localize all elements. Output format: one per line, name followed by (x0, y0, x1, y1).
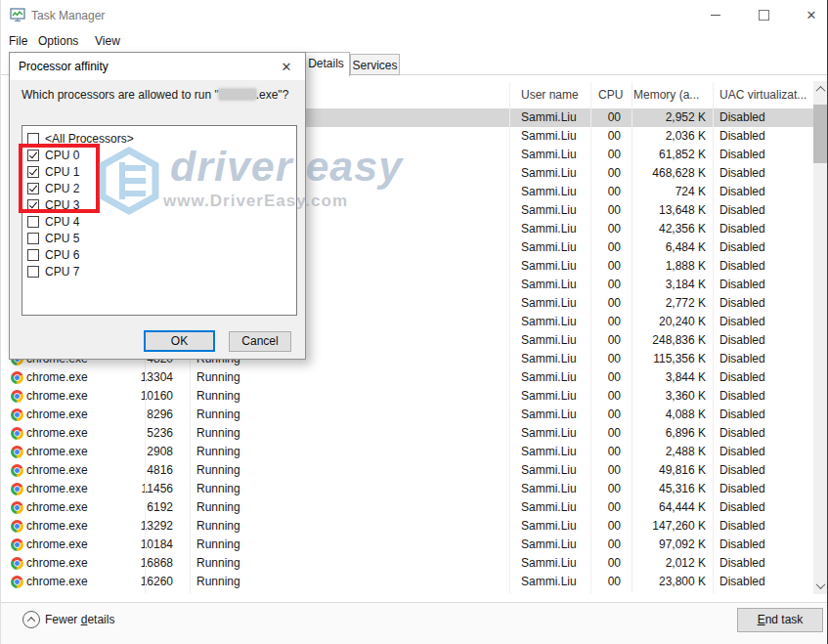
cell-uac: Disabled (719, 127, 765, 146)
table-row[interactable]: chrome.exe11456RunningSammi.Liu0045,316 … (9, 480, 813, 498)
cell-name: chrome.exe (26, 498, 88, 517)
processor-item[interactable]: CPU 4 (27, 213, 79, 230)
processor-item[interactable]: CPU 6 (27, 246, 79, 263)
cell-user-name: Sammi.Liu (521, 331, 577, 350)
cell-memory: 23,800 K (629, 573, 706, 591)
cell-pid: 13304 (130, 368, 173, 387)
cell-name: chrome.exe (26, 517, 88, 536)
checkbox-unchecked-icon[interactable] (27, 233, 39, 244)
cell-user-name: Sammi.Liu (521, 517, 577, 536)
cell-uac: Disabled (719, 108, 765, 127)
checkbox-unchecked-icon[interactable] (27, 249, 39, 261)
cell-memory: 2,772 K (629, 294, 706, 313)
cell-status: Running (196, 461, 240, 480)
checkbox-unchecked-icon[interactable] (27, 216, 39, 228)
table-row[interactable]: chrome.exe10184RunningSammi.Liu0097,092 … (9, 536, 813, 554)
table-row[interactable]: chrome.exe16868RunningSammi.Liu002,012 K… (9, 554, 813, 573)
task-manager-window: Task Manager ✕ File Options View Details… (0, 0, 828, 644)
table-row[interactable]: chrome.exe8296RunningSammi.Liu004,088 KD… (9, 406, 813, 424)
tab-details[interactable]: Details (302, 52, 350, 76)
table-row[interactable]: chrome.exe13292RunningSammi.Liu00147,260… (9, 517, 813, 536)
cell-user-name: Sammi.Liu (521, 461, 577, 480)
cell-status: Running (196, 517, 240, 536)
column-divider (590, 82, 591, 593)
cell-cpu: 00 (588, 127, 621, 146)
chrome-icon (11, 520, 23, 533)
cell-cpu: 00 (588, 146, 621, 164)
cell-user-name: Sammi.Liu (521, 127, 577, 146)
processor-affinity-dialog: Processor affinity ✕ Which processors ar… (9, 52, 306, 360)
scroll-up-button[interactable] (813, 81, 828, 98)
scroll-down-button[interactable] (813, 578, 828, 594)
cell-status: Running (196, 443, 240, 461)
cell-memory: 6,896 K (629, 424, 706, 443)
cell-uac: Disabled (719, 517, 765, 536)
table-row[interactable]: chrome.exe2908RunningSammi.Liu002,488 KD… (9, 443, 813, 461)
processor-item[interactable]: CPU 5 (27, 230, 79, 246)
end-task-button[interactable]: End task (737, 608, 823, 632)
processor-label: CPU 5 (45, 232, 79, 245)
cell-uac: Disabled (719, 313, 765, 331)
cell-status: Running (196, 387, 240, 406)
cell-user-name: Sammi.Liu (521, 387, 577, 406)
cell-uac: Disabled (719, 406, 765, 424)
cell-cpu: 00 (588, 350, 621, 368)
checkbox-unchecked-icon[interactable] (27, 133, 39, 145)
checkbox-unchecked-icon[interactable] (27, 266, 39, 278)
table-row[interactable]: chrome.exe4816RunningSammi.Liu0049,816 K… (9, 461, 813, 480)
cell-user-name: Sammi.Liu (521, 573, 577, 591)
cell-cpu: 00 (588, 424, 621, 443)
table-row[interactable]: chrome.exe6192RunningSammi.Liu0064,444 K… (9, 498, 813, 517)
column-divider (632, 82, 632, 593)
chrome-icon (11, 390, 23, 403)
dialog-title-bar: Processor affinity ✕ (10, 53, 305, 80)
table-row[interactable]: chrome.exe13304RunningSammi.Liu003,844 K… (9, 368, 813, 387)
cell-user-name: Sammi.Liu (521, 183, 577, 201)
cell-status: Running (196, 406, 240, 424)
fewer-details-label[interactable]: Fewer details (45, 613, 114, 626)
scrollbar-thumb[interactable] (813, 105, 828, 163)
cell-uac: Disabled (719, 387, 765, 406)
cell-pid: 16260 (130, 573, 173, 591)
chevron-up-icon (816, 86, 826, 96)
cell-memory: 97,092 K (629, 536, 706, 554)
cell-name: chrome.exe (26, 573, 88, 591)
cell-memory: 20,240 K (629, 313, 706, 331)
chrome-icon (11, 538, 23, 551)
cell-pid: 6192 (130, 498, 173, 517)
cell-uac: Disabled (719, 368, 765, 387)
cell-uac: Disabled (719, 331, 765, 350)
cell-user-name: Sammi.Liu (521, 201, 577, 220)
dialog-close-button[interactable]: ✕ (272, 53, 301, 80)
vertical-scrollbar[interactable] (813, 81, 828, 594)
fewer-details-button[interactable] (22, 611, 40, 628)
cell-user-name: Sammi.Liu (521, 480, 577, 498)
cell-uac: Disabled (719, 350, 765, 368)
cell-cpu: 00 (588, 201, 621, 220)
chrome-icon (11, 446, 23, 458)
cell-pid: 10184 (130, 536, 173, 554)
table-row[interactable]: chrome.exe16260RunningSammi.Liu0023,800 … (9, 573, 813, 591)
cell-memory: 147,260 K (629, 517, 706, 536)
cell-name: chrome.exe (26, 406, 88, 424)
cell-cpu: 00 (588, 387, 621, 406)
cell-user-name: Sammi.Liu (521, 498, 577, 517)
ok-button[interactable]: OK (144, 330, 215, 352)
cancel-button[interactable]: Cancel (229, 331, 291, 352)
processor-item[interactable]: CPU 7 (27, 263, 79, 279)
cell-cpu: 00 (588, 183, 621, 201)
cell-cpu: 00 (588, 406, 621, 424)
cell-cpu: 00 (588, 108, 621, 127)
table-row[interactable]: chrome.exe10160RunningSammi.Liu003,360 K… (9, 387, 813, 406)
cell-user-name: Sammi.Liu (521, 108, 577, 127)
table-row[interactable]: chrome.exe5236RunningSammi.Liu006,896 KD… (9, 424, 813, 443)
cell-uac: Disabled (719, 294, 765, 313)
cell-uac: Disabled (719, 573, 765, 591)
dialog-question: Which processors are allowed to run ".ex… (22, 88, 288, 102)
processor-label: CPU 7 (45, 265, 79, 279)
cell-pid: 8296 (130, 406, 173, 424)
close-icon: ✕ (282, 60, 292, 74)
processor-label: CPU 6 (45, 248, 79, 262)
cell-pid: 13292 (130, 517, 173, 536)
cell-uac: Disabled (719, 461, 765, 480)
